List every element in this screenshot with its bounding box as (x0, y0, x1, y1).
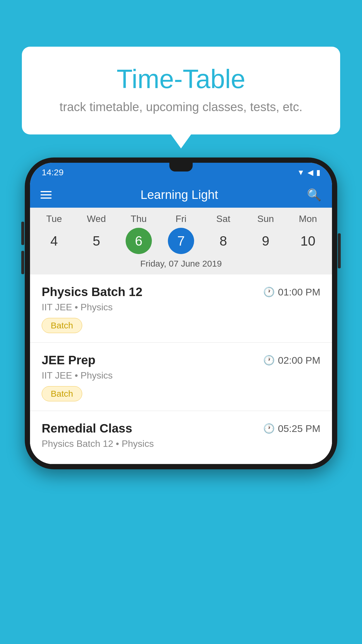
batch-badge-0: Batch (42, 318, 82, 333)
schedule-time-2: 🕐 05:25 PM (263, 423, 320, 434)
day-col-wed[interactable]: Wed5 (78, 214, 115, 254)
volume-up-button (21, 222, 24, 245)
schedule-item-1[interactable]: JEE Prep 🕐 02:00 PM IIT JEE • Physics Ba… (30, 343, 332, 411)
schedule-meta-1: IIT JEE • Physics (42, 370, 320, 381)
day-num-3[interactable]: 7 (168, 228, 194, 254)
volume-down-button (21, 251, 24, 274)
day-num-5[interactable]: 9 (252, 228, 279, 254)
day-name-4: Sat (216, 214, 230, 224)
day-num-6[interactable]: 10 (295, 228, 321, 254)
hamburger-menu-button[interactable] (41, 191, 52, 199)
search-icon[interactable]: 🔍 (307, 188, 321, 202)
notch (169, 163, 193, 172)
schedule-title-2: Remedial Class (42, 421, 132, 435)
day-name-1: Wed (87, 214, 106, 224)
schedule-item-2[interactable]: Remedial Class 🕐 05:25 PM Physics Batch … (30, 411, 332, 464)
hamburger-line-2 (41, 194, 52, 195)
batch-badge-1: Batch (42, 386, 82, 401)
phone-mockup: 14:29 ▼ ◀ ▮ Learning Light 🔍 (25, 158, 337, 469)
signal-icon: ◀ (307, 168, 313, 177)
clock-icon-1: 🕐 (263, 355, 275, 366)
battery-icon: ▮ (316, 168, 320, 177)
phone-screen: 14:29 ▼ ◀ ▮ Learning Light 🔍 (30, 163, 332, 464)
day-name-3: Fri (175, 214, 186, 224)
schedule-meta-2: Physics Batch 12 • Physics (42, 438, 320, 449)
day-num-0[interactable]: 4 (41, 228, 67, 254)
day-name-6: Mon (299, 214, 317, 224)
schedule-time-1: 🕐 02:00 PM (263, 355, 320, 366)
bubble-subtitle: track timetable, upcoming classes, tests… (42, 100, 320, 114)
calendar-strip: Tue4Wed5Thu6Fri7Sat8Sun9Mon10 Friday, 07… (30, 208, 332, 274)
app-bar: Learning Light 🔍 (30, 182, 332, 208)
phone-body: 14:29 ▼ ◀ ▮ Learning Light 🔍 (25, 158, 337, 469)
status-time: 14:29 (42, 167, 64, 177)
clock-icon-0: 🕐 (263, 286, 275, 298)
status-bar: 14:29 ▼ ◀ ▮ (30, 163, 332, 182)
day-col-sun[interactable]: Sun9 (247, 214, 284, 254)
schedule-title-1: JEE Prep (42, 353, 95, 367)
hamburger-line-3 (41, 197, 52, 199)
day-col-thu[interactable]: Thu6 (120, 214, 158, 254)
wifi-icon: ▼ (297, 168, 305, 177)
schedule-list: Physics Batch 12 🕐 01:00 PM IIT JEE • Ph… (30, 274, 332, 464)
day-num-1[interactable]: 5 (83, 228, 110, 254)
schedule-item-0[interactable]: Physics Batch 12 🕐 01:00 PM IIT JEE • Ph… (30, 274, 332, 343)
schedule-item-header-2: Remedial Class 🕐 05:25 PM (42, 421, 320, 435)
day-name-5: Sun (257, 214, 274, 224)
speech-bubble: Time-Table track timetable, upcoming cla… (22, 47, 340, 134)
schedule-item-header-0: Physics Batch 12 🕐 01:00 PM (42, 285, 320, 299)
power-button (338, 233, 341, 268)
status-icons: ▼ ◀ ▮ (297, 168, 320, 177)
days-row: Tue4Wed5Thu6Fri7Sat8Sun9Mon10 (30, 214, 332, 254)
day-col-tue[interactable]: Tue4 (35, 214, 73, 254)
hamburger-line-1 (41, 191, 52, 192)
day-num-2[interactable]: 6 (126, 228, 152, 254)
bubble-title: Time-Table (42, 64, 320, 94)
speech-bubble-container: Time-Table track timetable, upcoming cla… (22, 47, 340, 134)
day-col-mon[interactable]: Mon10 (289, 214, 327, 254)
day-col-fri[interactable]: Fri7 (162, 214, 200, 254)
schedule-meta-0: IIT JEE • Physics (42, 302, 320, 313)
day-col-sat[interactable]: Sat8 (204, 214, 242, 254)
schedule-time-0: 🕐 01:00 PM (263, 286, 320, 298)
schedule-title-0: Physics Batch 12 (42, 285, 143, 299)
clock-icon-2: 🕐 (263, 423, 275, 434)
selected-date-label: Friday, 07 June 2019 (30, 254, 332, 274)
day-name-0: Tue (46, 214, 62, 224)
schedule-item-header-1: JEE Prep 🕐 02:00 PM (42, 353, 320, 367)
app-bar-title: Learning Light (140, 188, 218, 202)
day-name-2: Thu (131, 214, 147, 224)
day-num-4[interactable]: 8 (210, 228, 236, 254)
